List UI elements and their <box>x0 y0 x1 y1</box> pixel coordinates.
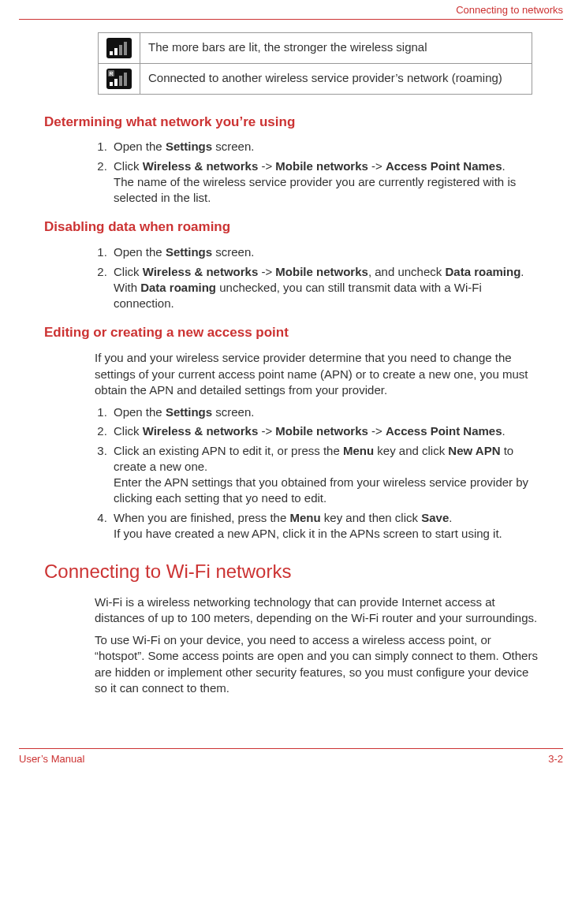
header-breadcrumb: Connecting to networks <box>456 4 563 16</box>
list-item: Click Wireless & networks -> Mobile netw… <box>110 264 538 312</box>
svg-rect-11 <box>124 73 127 86</box>
wifi-paragraph-1: Wi-Fi is a wireless networking technolog… <box>95 594 538 627</box>
list-item: When you are finished, press the Menu ke… <box>110 510 538 542</box>
svg-rect-10 <box>119 76 122 86</box>
heading-determine-network: Determining what network you’re using <box>44 114 538 132</box>
list-item: Click Wireless & networks -> Mobile netw… <box>110 158 538 207</box>
footer-rule <box>19 748 563 749</box>
list-item: Click Wireless & networks -> Mobile netw… <box>110 423 538 439</box>
list-item: Click an existing APN to edit it, or pre… <box>110 443 538 507</box>
determine-network-steps: Open the Settings screen. Click Wireless… <box>95 139 538 206</box>
svg-rect-2 <box>114 48 118 55</box>
edit-apn-intro: If you and your wireless service provide… <box>95 350 538 398</box>
list-item: Open the Settings screen. <box>110 244 538 260</box>
footer-page-number: 3-2 <box>548 752 563 766</box>
heading-wifi: Connecting to Wi-Fi networks <box>44 559 538 584</box>
roaming-icon-cell: R <box>99 63 140 94</box>
signal-bars-roaming-icon: R <box>106 69 132 89</box>
signal-strength-description: The more bars are lit, the stronger the … <box>140 32 532 63</box>
footer-manual-label: User’s Manual <box>19 752 84 766</box>
header-rule <box>19 19 563 20</box>
edit-apn-steps: Open the Settings screen. Click Wireless… <box>95 404 538 542</box>
status-icon-table: The more bars are lit, the stronger the … <box>98 32 532 95</box>
svg-text:R: R <box>109 71 113 76</box>
svg-rect-1 <box>110 51 113 55</box>
wifi-paragraph-2: To use Wi-Fi on your device, you need to… <box>95 632 538 696</box>
svg-rect-4 <box>124 42 127 55</box>
heading-disable-roaming: Disabling data when roaming <box>44 218 538 237</box>
svg-rect-3 <box>119 45 122 55</box>
svg-rect-9 <box>114 79 118 86</box>
svg-rect-8 <box>110 82 113 86</box>
list-item: Open the Settings screen. <box>110 404 538 420</box>
roaming-description: Connected to another wireless service pr… <box>140 63 532 94</box>
disable-roaming-steps: Open the Settings screen. Click Wireless… <box>95 244 538 311</box>
signal-bars-icon <box>106 38 132 58</box>
list-item: Open the Settings screen. <box>110 139 538 155</box>
heading-edit-apn: Editing or creating a new access point <box>44 324 538 342</box>
signal-strength-icon-cell <box>99 32 140 63</box>
